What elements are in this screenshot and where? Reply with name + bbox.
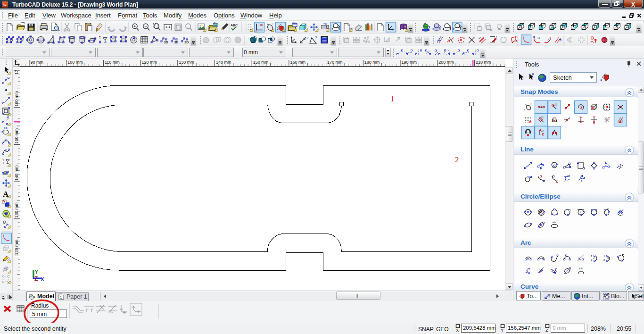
svg-text:17: 17 (14, 70, 19, 75)
svg-text:3D: 3D (164, 41, 168, 44)
svg-text:130 mm: 130 mm (179, 60, 194, 65)
svg-text:210 mm: 210 mm (476, 60, 491, 65)
svg-text:3D: 3D (174, 41, 178, 44)
svg-text:150 mm: 150 mm (253, 60, 269, 65)
svg-text:Y: Y (501, 327, 504, 333)
svg-text:Y: Y (35, 269, 39, 275)
svg-text:ABC: ABC (231, 24, 238, 27)
svg-text:1: 1 (390, 94, 395, 103)
svg-text:a:b: a:b (579, 267, 583, 270)
svg-text:Z: Z (34, 276, 38, 282)
svg-text:190 mm: 190 mm (402, 60, 417, 65)
svg-text:3D: 3D (184, 41, 189, 44)
svg-text:x: x (265, 29, 267, 32)
svg-text:?: ? (404, 25, 406, 29)
svg-text:X: X (41, 276, 44, 282)
svg-text:Y: Y (530, 103, 532, 106)
svg-text:180 mm: 180 mm (364, 60, 380, 65)
svg-text:120 mm: 120 mm (14, 240, 19, 255)
svg-text:140 mm: 140 mm (14, 166, 19, 181)
svg-text:140 mm: 140 mm (216, 60, 231, 65)
svg-text:a:b: a:b (553, 221, 556, 224)
svg-text:200 mm: 200 mm (438, 60, 454, 65)
svg-text:?: ? (315, 35, 317, 40)
svg-text:x: x (256, 29, 257, 32)
svg-text:160 mm: 160 mm (14, 91, 19, 107)
svg-text:X: X (456, 327, 459, 333)
svg-text:?: ? (306, 36, 309, 40)
svg-text:?: ? (548, 293, 551, 298)
svg-text:150 mm: 150 mm (14, 128, 19, 144)
svg-text:120 mm: 120 mm (142, 60, 157, 65)
svg-text:130 mm: 130 mm (14, 202, 19, 218)
svg-text:160 mm: 160 mm (290, 60, 305, 65)
svg-text:2: 2 (455, 155, 459, 164)
svg-text:Z: Z (545, 327, 548, 333)
svg-text:110 mm: 110 mm (105, 60, 120, 65)
svg-text:90 mm: 90 mm (31, 60, 44, 65)
svg-text:Y: Y (272, 23, 273, 25)
svg-text:170 mm: 170 mm (327, 60, 343, 65)
svg-text:x: x (524, 108, 526, 111)
svg-text:100 mm: 100 mm (67, 60, 83, 65)
svg-text:a:b: a:b (4, 126, 8, 129)
